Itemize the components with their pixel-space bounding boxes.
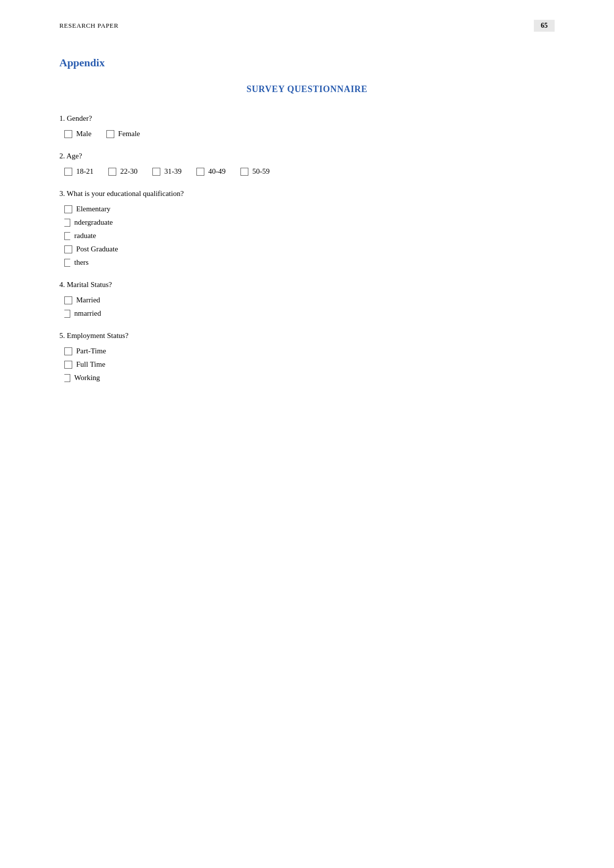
label-elementary: Elementary	[76, 205, 110, 213]
option-full-time: Full Time	[64, 360, 555, 369]
question-1-label: 1. Gender?	[59, 114, 555, 123]
label-unmarried: nmarried	[74, 309, 101, 318]
option-unmarried: nmarried	[64, 309, 555, 318]
label-not-working: Working	[74, 374, 100, 382]
page-header: RESEARCH PAPER 65	[59, 20, 555, 32]
question-4-options: Married nmarried	[59, 296, 555, 318]
checkbox-50-59[interactable]	[240, 168, 248, 176]
label-female: Female	[118, 130, 140, 138]
question-2-options: 18-21 22-30 31-39 40-49 50-59	[59, 167, 555, 176]
label-full-time: Full Time	[76, 360, 105, 369]
label-40-49: 40-49	[208, 167, 226, 176]
page-number: 65	[534, 20, 555, 32]
page: RESEARCH PAPER 65 Appendix Survey Questi…	[0, 0, 614, 868]
checkbox-part-time[interactable]	[64, 347, 72, 355]
survey-title: Survey Questionnaire	[59, 84, 555, 95]
question-4-label: 4. Marital Status?	[59, 281, 555, 289]
option-married: Married	[64, 296, 555, 304]
checkbox-40-49[interactable]	[196, 168, 204, 176]
checkbox-graduate-partial[interactable]	[64, 232, 70, 240]
question-3-options: Elementary ndergraduate raduate Post Gra…	[59, 205, 555, 267]
question-3: 3. What is your educational qualificatio…	[59, 190, 555, 267]
label-part-time: Part-Time	[76, 347, 106, 355]
checkbox-18-21[interactable]	[64, 168, 72, 176]
option-part-time: Part-Time	[64, 347, 555, 355]
label-18-21: 18-21	[76, 167, 94, 176]
question-4: 4. Marital Status? Married nmarried	[59, 281, 555, 318]
checkbox-elementary[interactable]	[64, 205, 72, 213]
checkbox-male[interactable]	[64, 130, 72, 138]
checkbox-22-30[interactable]	[108, 168, 116, 176]
question-1: 1. Gender? Male Female	[59, 114, 555, 138]
option-graduate: raduate	[64, 232, 555, 240]
question-5-options: Part-Time Full Time Working	[59, 347, 555, 382]
question-1-options: Male Female	[59, 130, 555, 138]
question-2: 2. Age? 18-21 22-30 31-39 40-49 50-59	[59, 152, 555, 176]
label-31-39: 31-39	[164, 167, 182, 176]
option-not-working: Working	[64, 374, 555, 382]
checkbox-female[interactable]	[106, 130, 114, 138]
label-male: Male	[76, 130, 92, 138]
checkbox-post-graduate[interactable]	[64, 245, 72, 253]
option-male: Male	[64, 130, 92, 138]
checkbox-married[interactable]	[64, 296, 72, 304]
label-undergraduate: ndergraduate	[74, 218, 113, 227]
appendix-title: Appendix	[59, 56, 555, 69]
question-5: 5. Employment Status? Part-Time Full Tim…	[59, 332, 555, 382]
checkbox-unmarried[interactable]	[64, 310, 70, 318]
label-post-graduate: Post Graduate	[76, 245, 118, 253]
option-others: thers	[64, 258, 555, 267]
option-18-21: 18-21	[64, 167, 94, 176]
header-title: RESEARCH PAPER	[59, 22, 119, 30]
option-31-39: 31-39	[152, 167, 182, 176]
option-post-graduate: Post Graduate	[64, 245, 555, 253]
option-40-49: 40-49	[196, 167, 226, 176]
label-others: thers	[74, 258, 89, 267]
checkbox-not-working[interactable]	[64, 374, 70, 382]
checkbox-others[interactable]	[64, 259, 70, 267]
option-elementary: Elementary	[64, 205, 555, 213]
option-female: Female	[106, 130, 140, 138]
checkbox-full-time[interactable]	[64, 361, 72, 369]
question-5-label: 5. Employment Status?	[59, 332, 555, 340]
label-50-59: 50-59	[252, 167, 270, 176]
question-2-label: 2. Age?	[59, 152, 555, 160]
label-married: Married	[76, 296, 100, 304]
question-3-label: 3. What is your educational qualificatio…	[59, 190, 555, 198]
label-22-30: 22-30	[120, 167, 138, 176]
label-graduate-partial: raduate	[74, 232, 96, 240]
option-22-30: 22-30	[108, 167, 138, 176]
checkbox-31-39[interactable]	[152, 168, 160, 176]
option-50-59: 50-59	[240, 167, 270, 176]
option-undergraduate: ndergraduate	[64, 218, 555, 227]
checkbox-undergraduate[interactable]	[64, 219, 70, 227]
